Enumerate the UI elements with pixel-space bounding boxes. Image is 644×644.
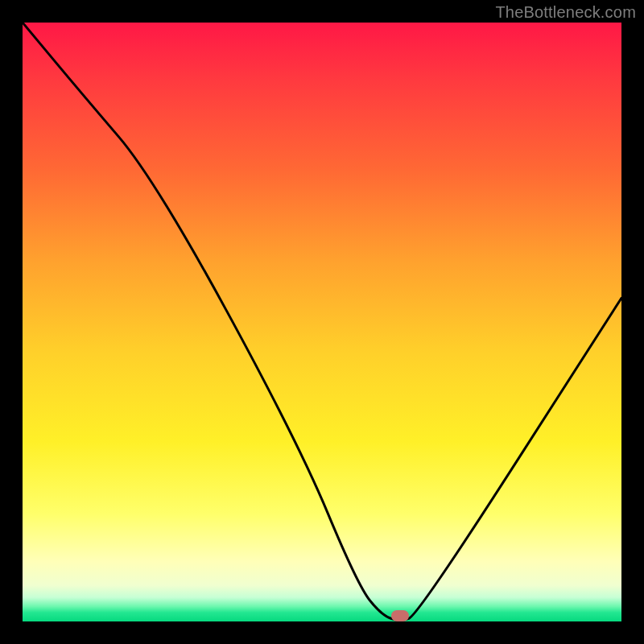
plot-area <box>23 23 621 621</box>
watermark-text: TheBottleneck.com <box>495 3 636 22</box>
optimal-point-marker <box>391 610 409 621</box>
chart-frame: TheBottleneck.com <box>0 0 644 644</box>
bottleneck-curve <box>23 23 621 621</box>
